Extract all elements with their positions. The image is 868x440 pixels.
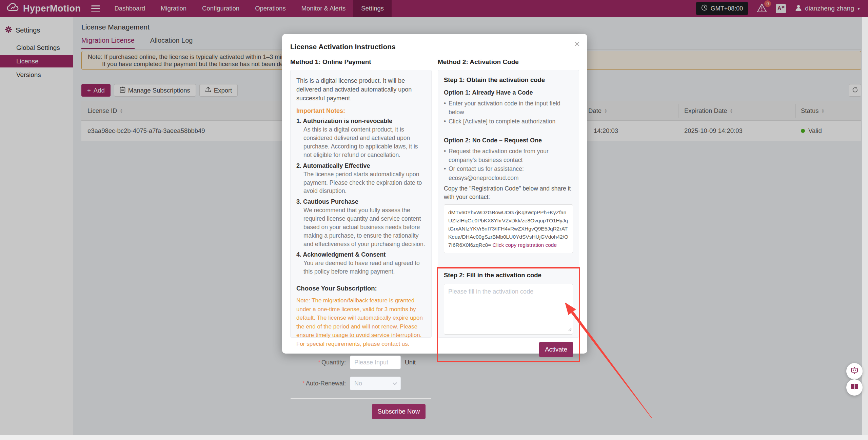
horizontal-scrollbar[interactable] <box>0 435 868 440</box>
method2-panel: Step 1: Obtain the activation code Optio… <box>438 70 579 338</box>
important-note-2: 2. Automatically Effective The license p… <box>296 162 426 196</box>
copy-registration-code-link[interactable]: Click copy registration code <box>493 242 557 248</box>
select-chevron-icon <box>393 381 397 385</box>
vertical-scrollbar[interactable] <box>862 17 868 435</box>
auto-renewal-label: *Auto-Renewal: <box>296 380 350 387</box>
subscription-heading: Choose Your Subscription: <box>296 285 426 292</box>
method1-intro: This is a digital license product. It wi… <box>296 76 426 103</box>
step2-title: Step 2: Fill in the activation code <box>444 272 573 279</box>
subscription-note: Note: The migration/failback feature is … <box>296 296 426 348</box>
method1-panel: This is a digital license product. It wi… <box>290 70 432 338</box>
close-icon[interactable]: × <box>574 39 580 49</box>
option1-bullets: Enter your activation code in the input … <box>444 99 573 126</box>
step1-title: Step 1: Obtain the activation code <box>444 76 573 84</box>
app-window: HyperMotion Dashboard Migration Configur… <box>0 0 868 440</box>
panel-divider <box>291 398 431 399</box>
activate-button[interactable]: Activate <box>539 342 573 357</box>
option2-bullets: Request the activation code from your co… <box>444 147 573 182</box>
auto-renewal-select[interactable]: No <box>350 377 401 390</box>
license-activation-modal: License Activation Instructions × Method… <box>282 34 587 354</box>
required-asterisk: * <box>302 380 305 387</box>
important-notes-label: Important Notes: <box>296 107 426 115</box>
quantity-label: *Quantity: <box>296 359 350 366</box>
modal-title: License Activation Instructions <box>290 43 579 51</box>
resize-handle-icon[interactable] <box>568 326 572 333</box>
quantity-unit-label: Unit <box>405 359 416 366</box>
option1-title: Option 1: Already Have a Code <box>444 89 573 96</box>
method2-column: Method 2: Activation Code Step 1: Obtain… <box>438 58 579 338</box>
subscribe-now-button[interactable]: Subscribe Now <box>372 404 426 419</box>
option2-title: Option 2: No Code – Request One <box>444 137 573 144</box>
copy-instruction: Copy the "Registration Code" below and s… <box>444 184 573 202</box>
method1-heading: Method 1: Online Payment <box>290 58 432 66</box>
important-note-1: 1. Authorization is non-revocable As thi… <box>296 118 426 159</box>
auto-renewal-row: *Auto-Renewal: No <box>296 377 426 390</box>
activation-code-input[interactable] <box>444 284 573 335</box>
section-divider <box>444 132 573 132</box>
documentation-button[interactable] <box>846 379 863 396</box>
quantity-row: *Quantity: Unit <box>296 356 426 369</box>
assistant-chatbot-button[interactable] <box>846 363 863 379</box>
registration-code-box: dMTv60YhvWDzGBowUOG7jKq3WtpPPh+KyZfanUZI… <box>444 204 573 253</box>
method1-column: Method 1: Online Payment This is a digit… <box>290 58 432 338</box>
important-note-3: 3. Cautious Purchase We recommend that y… <box>296 198 426 248</box>
required-asterisk: * <box>318 359 320 366</box>
method2-heading: Method 2: Activation Code <box>438 58 579 66</box>
important-note-4: 4. Acknowledgment & Consent You are deem… <box>296 251 426 276</box>
book-icon <box>850 382 859 393</box>
quantity-input[interactable] <box>350 356 401 369</box>
step2-section: Step 2: Fill in the activation code Acti… <box>444 272 573 357</box>
robot-icon <box>850 366 859 376</box>
